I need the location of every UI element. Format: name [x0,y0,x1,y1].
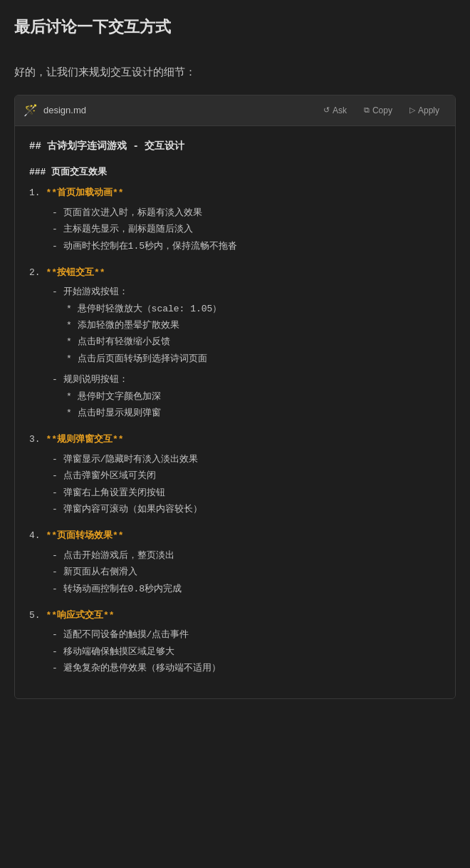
item-2-group-1-label: - 开始游戏按钮： [52,284,441,300]
file-icon: 🪄 [24,101,38,120]
item-3-sub-3: - 弹窗右上角设置关闭按钮 [52,485,441,501]
item-2-group-1: - 开始游戏按钮： * 悬停时轻微放大（scale: 1.05） * 添加轻微的… [52,284,441,367]
item-5-sub-1: - 适配不同设备的触摸/点击事件 [52,626,441,643]
item-3: 3. **规则弹窗交互** - 弹窗显示/隐藏时有淡入淡出效果 - 点击弹窗外区… [29,431,441,517]
item-5-sub-3: - 避免复杂的悬停效果（移动端不适用） [52,660,441,676]
item-2-g1-sub-4: * 点击后页面转场到选择诗词页面 [66,351,441,367]
item-2: 2. **按钮交互** - 开始游戏按钮： * 悬停时轻微放大（scale: 1… [29,264,441,422]
item-2-group-2: - 规则说明按钮： * 悬停时文字颜色加深 * 点击时显示规则弹窗 [52,371,441,421]
item-3-subitems: - 弹窗显示/隐藏时有淡入淡出效果 - 点击弹窗外区域可关闭 - 弹窗右上角设置… [52,451,441,518]
item-5: 5. **响应式交互** - 适配不同设备的触摸/点击事件 - 移动端确保触摸区… [29,607,441,677]
item-2-g2-sub-1: * 悬停时文字颜色加深 [66,388,441,405]
copy-button[interactable]: ⧉ Copy [357,103,400,118]
item-2-g1-sub-2: * 添加轻微的墨晕扩散效果 [66,317,441,334]
item-2-label: 2. **按钮交互** [29,264,441,281]
item-2-group-1-items: * 悬停时轻微放大（scale: 1.05） * 添加轻微的墨晕扩散效果 * 点… [66,301,441,368]
item-3-sub-4: - 弹窗内容可滚动（如果内容较长） [52,501,441,517]
page-title: 最后讨论一下交互方式 [14,14,456,46]
item-4-sub-2: - 新页面从右侧滑入 [52,564,441,580]
item-4: 4. **页面转场效果** - 点击开始游戏后，整页淡出 - 新页面从右侧滑入 … [29,527,441,597]
item-1: 1. **首页加载动画** - 页面首次进入时，标题有淡入效果 - 主标题先显示… [29,185,441,254]
content-h2: ## 古诗划字连词游戏 - 交互设计 [29,138,441,155]
item-2-group-2-label: - 规则说明按钮： [52,371,441,388]
intro-text: 好的，让我们来规划交互设计的细节： [14,63,456,81]
file-name-group: 🪄 design.md [24,101,86,120]
page-container: 最后讨论一下交互方式 好的，让我们来规划交互设计的细节： 🪄 design.md… [0,0,470,728]
item-5-label: 5. **响应式交互** [29,607,441,624]
item-2-g2-sub-2: * 点击时显示规则弹窗 [66,405,441,421]
item-5-sub-2: - 移动端确保触摸区域足够大 [52,644,441,660]
item-1-label: 1. **首页加载动画** [29,185,441,201]
item-3-sub-1: - 弹窗显示/隐藏时有淡入淡出效果 [52,451,441,467]
item-2-g1-sub-1: * 悬停时轻微放大（scale: 1.05） [66,301,441,317]
item-4-sub-1: - 点击开始游戏后，整页淡出 [52,547,441,564]
item-4-subitems: - 点击开始游戏后，整页淡出 - 新页面从右侧滑入 - 转场动画控制在0.8秒内… [52,547,441,597]
item-3-label: 3. **规则弹窗交互** [29,431,441,448]
copy-icon: ⧉ [364,105,370,115]
item-1-sub-1: - 页面首次进入时，标题有淡入效果 [52,205,441,221]
apply-icon: ▷ [409,105,415,115]
item-2-group-2-items: * 悬停时文字颜色加深 * 点击时显示规则弹窗 [66,388,441,422]
item-2-groups: - 开始游戏按钮： * 悬停时轻微放大（scale: 1.05） * 添加轻微的… [52,284,441,421]
item-3-sub-2: - 点击弹窗外区域可关闭 [52,467,441,484]
item-1-subitems: - 页面首次进入时，标题有淡入效果 - 主标题先显示，副标题随后淡入 - 动画时… [52,205,441,254]
apply-button[interactable]: ▷ Apply [402,103,446,118]
file-actions: ↺ Ask ⧉ Copy ▷ Apply [316,103,446,118]
file-header: 🪄 design.md ↺ Ask ⧉ Copy ▷ Apply [15,95,455,126]
item-4-label: 4. **页面转场效果** [29,527,441,544]
ask-icon: ↺ [323,105,330,115]
ask-button[interactable]: ↺ Ask [316,103,354,118]
file-name: design.md [43,103,86,118]
item-1-sub-2: - 主标题先显示，副标题随后淡入 [52,221,441,237]
content-h3: ### 页面交互效果 [29,164,441,180]
item-4-sub-3: - 转场动画控制在0.8秒内完成 [52,581,441,597]
item-5-subitems: - 适配不同设备的触摸/点击事件 - 移动端确保触摸区域足够大 - 避免复杂的悬… [52,626,441,676]
item-2-g1-sub-3: * 点击时有轻微缩小反馈 [66,334,441,350]
item-1-sub-3: - 动画时长控制在1.5秒内，保持流畅不拖沓 [52,238,441,254]
file-block: 🪄 design.md ↺ Ask ⧉ Copy ▷ Apply ## 古诗 [14,95,456,698]
file-content: ## 古诗划字连词游戏 - 交互设计 ### 页面交互效果 1. **首页加载动… [15,126,455,698]
